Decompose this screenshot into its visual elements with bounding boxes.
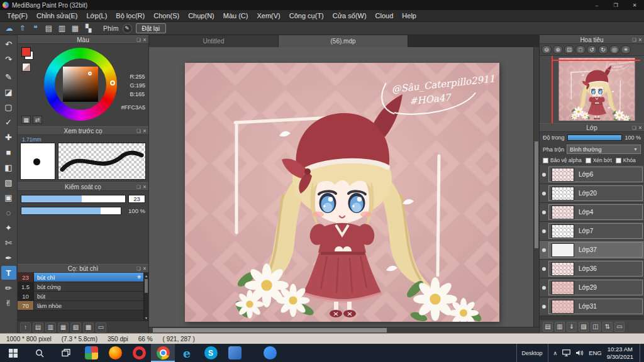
close-icon[interactable]: ✕: [143, 266, 147, 272]
taskbar-clock[interactable]: 10:23 AM 9/30/2021: [607, 346, 635, 361]
scrollbar-thumb[interactable]: [535, 141, 538, 248]
language-indicator[interactable]: ENG: [589, 349, 602, 356]
clipping-icon[interactable]: ◫: [591, 322, 601, 332]
close-icon[interactable]: ✕: [143, 128, 147, 134]
open-canvas-icon[interactable]: ▥: [56, 23, 68, 34]
zoom-actual-icon[interactable]: □: [575, 45, 586, 54]
reorder-icon[interactable]: ⇅: [602, 322, 613, 332]
scrollbar-thumb[interactable]: [153, 328, 387, 332]
menu-item-color[interactable]: Màu (C): [219, 12, 253, 19]
zoom-fit-icon[interactable]: ⊡: [564, 45, 574, 54]
taskbar-edge[interactable]: e: [175, 344, 199, 362]
lock-checkbox[interactable]: Khóa: [616, 157, 636, 163]
layer-row[interactable]: Lớp36: [540, 260, 644, 278]
menu-item-layer[interactable]: Lớp(L): [82, 12, 111, 19]
sparkle-icon[interactable]: ✳: [621, 45, 631, 54]
popout-icon[interactable]: ❏: [136, 184, 141, 190]
visibility-dot-icon[interactable]: [542, 267, 546, 271]
close-button[interactable]: ✕: [625, 0, 644, 10]
foreground-color-swatch[interactable]: [21, 47, 31, 57]
select-tool-icon[interactable]: ▣: [1, 190, 16, 204]
blend-mode-select[interactable]: Bình thường ▼: [567, 145, 641, 154]
comment-icon[interactable]: ❝: [30, 23, 42, 34]
brush-size-value[interactable]: 23: [128, 195, 145, 203]
clipping-checkbox[interactable]: Xén bớt: [586, 157, 612, 163]
up-arrow-icon[interactable]: ↑: [20, 322, 31, 332]
palette-swatch[interactable]: [22, 63, 31, 72]
canvas-viewport[interactable]: [149, 47, 539, 327]
brush-item-hard-pen[interactable]: 1.5 bút cứng: [18, 282, 143, 292]
layer-row[interactable]: Lớp31: [540, 297, 644, 316]
visibility-dot-icon[interactable]: [542, 248, 546, 252]
grid-icon[interactable]: ▦: [69, 23, 81, 34]
menu-item-edit[interactable]: Chỉnh sửa(E): [32, 12, 82, 19]
show-desktop-button[interactable]: [640, 344, 643, 362]
menu-item-tools[interactable]: Công cụ(T): [285, 12, 328, 19]
rotate-left-icon[interactable]: ↺: [587, 45, 597, 54]
copy-doc-icon[interactable]: ▥: [45, 322, 56, 332]
magic-wand-tool-icon[interactable]: ✦: [1, 221, 16, 234]
upload-icon[interactable]: ⇑: [16, 23, 28, 34]
checkbox-icon[interactable]: [586, 158, 591, 163]
taskbar-pinwheel-app[interactable]: [79, 344, 103, 362]
brush-item-pen[interactable]: 10 bút: [18, 292, 143, 301]
saturation-value-square[interactable]: [63, 67, 98, 102]
bucket-tool-icon[interactable]: ◧: [1, 160, 16, 174]
menu-item-help[interactable]: Help: [397, 12, 421, 19]
divide-tool-icon[interactable]: ✄: [1, 236, 16, 250]
brush-size-slider[interactable]: [21, 195, 126, 203]
new-doc-icon[interactable]: ▤: [33, 322, 43, 332]
taskbar-paint-app[interactable]: [151, 344, 175, 362]
undo-icon[interactable]: ↶: [1, 37, 16, 51]
scroll-down-icon[interactable]: ▾: [144, 315, 148, 321]
reset-view-icon[interactable]: ◎: [609, 45, 619, 54]
tab-untitled[interactable]: Untitled: [149, 35, 279, 47]
marquee-tool-icon[interactable]: ▢: [1, 100, 16, 114]
redo-icon[interactable]: ↷: [1, 52, 16, 66]
layer-folder-icon[interactable]: ▨: [579, 322, 589, 332]
checkbox-icon[interactable]: [543, 158, 548, 163]
tray-overflow-chevron-icon[interactable]: ∧: [553, 350, 558, 356]
popout-icon[interactable]: ❏: [136, 37, 141, 43]
menu-item-cloud[interactable]: Cloud: [371, 12, 398, 19]
close-icon[interactable]: ✕: [143, 184, 147, 190]
pen-tool-icon[interactable]: ✎: [1, 70, 16, 84]
horizontal-scrollbar[interactable]: [149, 327, 539, 333]
gradient-tool-icon[interactable]: ▧: [1, 175, 16, 189]
rotate-right-icon[interactable]: ↻: [598, 45, 608, 54]
layer-row[interactable]: Lớp6: [540, 165, 644, 184]
popout-icon[interactable]: ❏: [632, 125, 636, 131]
trash-icon[interactable]: ▭: [96, 322, 106, 332]
hand-tool-icon[interactable]: ✌: [1, 296, 16, 310]
tab-56-mdp[interactable]: (56).mdp: [279, 35, 408, 47]
scroll-up-icon[interactable]: ▴: [144, 273, 148, 278]
navigator-thumbnail[interactable]: [540, 56, 644, 123]
move-tool-icon[interactable]: ✚: [1, 130, 16, 144]
visibility-dot-icon[interactable]: [542, 192, 546, 195]
layer-row[interactable]: Lớp37: [540, 241, 644, 260]
alpha-protect-checkbox[interactable]: Bảo vệ alpha: [543, 157, 582, 163]
speaker-icon[interactable]: [575, 349, 584, 356]
merge-down-icon[interactable]: ⇓: [567, 322, 577, 332]
canvas-artwork[interactable]: [185, 63, 499, 322]
new-canvas-icon[interactable]: ▤: [43, 23, 55, 34]
close-icon[interactable]: ✕: [638, 125, 642, 131]
close-icon[interactable]: ✕: [143, 37, 147, 43]
delete-layer-icon[interactable]: ▭: [614, 322, 625, 332]
brush-opacity-slider[interactable]: [21, 207, 121, 215]
popout-icon[interactable]: ❏: [632, 37, 636, 43]
add-layer-icon[interactable]: ▤: [543, 322, 553, 332]
reset-button[interactable]: Đặt lại: [136, 23, 166, 33]
brush-item-pencil[interactable]: 23 bút chì ✳: [18, 273, 143, 282]
network-icon[interactable]: [562, 349, 570, 356]
menu-item-window[interactable]: Cửa sổ(W): [328, 12, 371, 19]
export-icon[interactable]: ▩: [83, 322, 94, 332]
visibility-dot-icon[interactable]: [542, 229, 546, 233]
visibility-dot-icon[interactable]: [542, 286, 546, 290]
menu-item-file[interactable]: Tệp(F): [3, 12, 32, 19]
menu-item-view[interactable]: Xem(V): [252, 12, 284, 19]
save-doc-icon[interactable]: ▦: [58, 322, 69, 332]
minimize-button[interactable]: –: [587, 0, 606, 10]
menu-item-capture[interactable]: Chụp(N): [184, 12, 219, 19]
folder-icon[interactable]: ▧: [70, 322, 81, 332]
